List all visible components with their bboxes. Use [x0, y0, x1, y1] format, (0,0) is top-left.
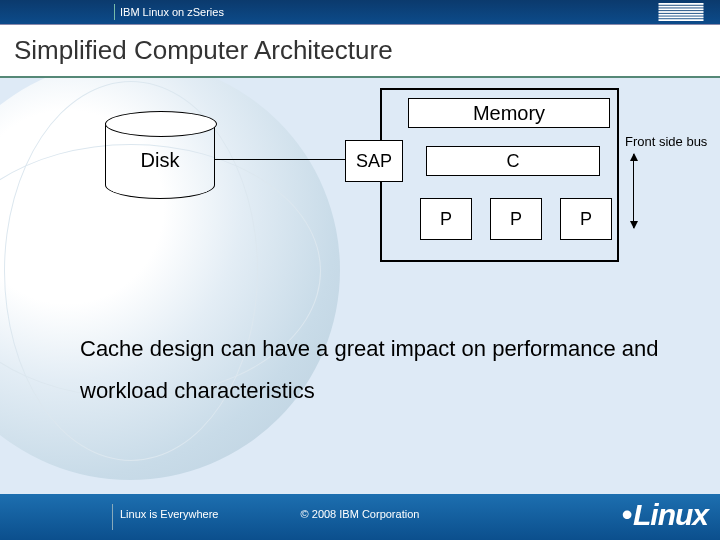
linux-logo: •Linux: [621, 498, 708, 532]
slide: IBM Linux on zSeries Simplified Computer…: [0, 0, 720, 540]
disk-shape: Disk: [105, 123, 215, 198]
connector-disk-sap: [215, 159, 345, 160]
svg-rect-2: [659, 8, 704, 10]
svg-rect-5: [659, 17, 704, 19]
topbar-title: IBM Linux on zSeries: [120, 6, 224, 18]
disk-label: Disk: [105, 149, 215, 172]
footer-bar: Linux is Everywhere © 2008 IBM Corporati…: [0, 494, 720, 540]
page-title: Simplified Computer Architecture: [0, 24, 720, 78]
svg-rect-6: [659, 19, 704, 21]
diagram-area: Disk Memory SAP C P P P Front side bus C…: [0, 78, 720, 438]
svg-rect-0: [659, 3, 704, 5]
svg-rect-3: [659, 11, 704, 13]
processor-box-3: P: [560, 198, 612, 240]
svg-rect-1: [659, 6, 704, 8]
front-side-bus-arrow-icon: [633, 154, 634, 228]
sap-box: SAP: [345, 140, 403, 182]
top-bar: IBM Linux on zSeries: [0, 0, 720, 24]
processor-box-2: P: [490, 198, 542, 240]
svg-rect-4: [659, 14, 704, 16]
memory-box: Memory: [408, 98, 610, 128]
footer-copyright: © 2008 IBM Corporation: [0, 508, 720, 520]
front-side-bus-label: Front side bus: [625, 134, 707, 149]
body-text: Cache design can have a great impact on …: [80, 328, 690, 412]
ibm-logo-icon: [656, 3, 706, 21]
processor-box-1: P: [420, 198, 472, 240]
cache-box: C: [426, 146, 600, 176]
